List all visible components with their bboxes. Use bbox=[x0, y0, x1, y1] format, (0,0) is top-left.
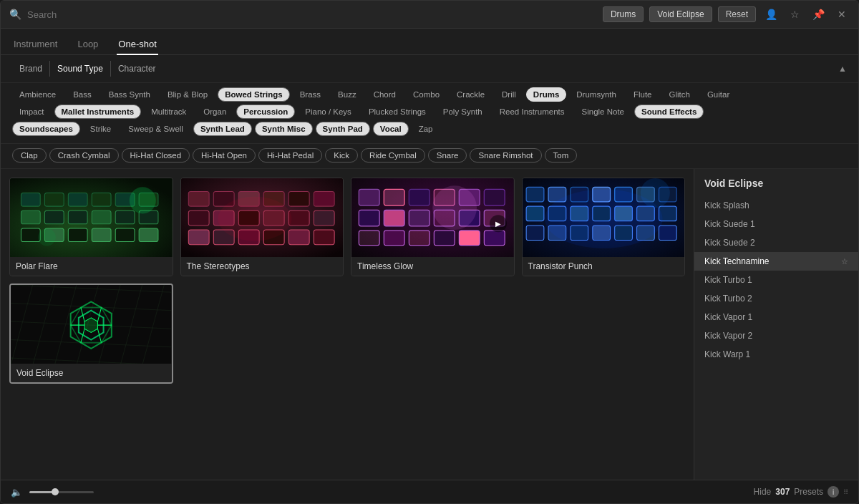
svg-rect-14 bbox=[21, 228, 40, 242]
pill-synth-pad[interactable]: Synth Pad bbox=[316, 122, 370, 136]
pill-synth-misc[interactable]: Synth Misc bbox=[255, 122, 313, 136]
tab-instrument[interactable]: Instrument bbox=[12, 34, 59, 55]
pill-drumsynth[interactable]: Drumsynth bbox=[569, 87, 623, 102]
sound-type-pills: AmbienceBassBass SynthBlip & BlopBowed S… bbox=[1, 83, 858, 144]
drum-pill-crash-cymbal[interactable]: Crash Cymbal bbox=[49, 148, 119, 163]
preset-card[interactable]: ▶Timeless Glow bbox=[351, 178, 515, 276]
preset-card[interactable]: Void Eclipse bbox=[9, 284, 173, 384]
pill-sweep---swell[interactable]: Sweep & Swell bbox=[121, 122, 190, 136]
preset-item-label: Kick Warp 1 bbox=[704, 349, 750, 359]
pill-vocal[interactable]: Vocal bbox=[373, 122, 409, 136]
pill-percussion[interactable]: Percussion bbox=[236, 105, 295, 119]
preset-item-label: Kick Vapor 2 bbox=[704, 331, 752, 341]
resize-handle[interactable]: ⠿ bbox=[843, 488, 848, 496]
pill-strike[interactable]: Strike bbox=[83, 122, 118, 136]
tab-loop[interactable]: Loop bbox=[76, 34, 100, 55]
star-icon[interactable]: ☆ bbox=[787, 6, 803, 22]
filter-collapse-icon[interactable]: ▲ bbox=[838, 64, 847, 74]
pill-ambience[interactable]: Ambience bbox=[12, 87, 63, 102]
pill-drill[interactable]: Drill bbox=[495, 87, 523, 102]
pill-glitch[interactable]: Glitch bbox=[661, 87, 697, 102]
pill-impact[interactable]: Impact bbox=[12, 105, 52, 119]
filter-sound-type[interactable]: Sound Type bbox=[50, 61, 111, 77]
pill-crackle[interactable]: Crackle bbox=[450, 87, 492, 102]
pill-soundscapes[interactable]: Soundscapes bbox=[12, 122, 80, 136]
svg-rect-61 bbox=[459, 231, 480, 246]
search-input[interactable] bbox=[27, 9, 597, 20]
pill-single-note[interactable]: Single Note bbox=[575, 105, 631, 119]
svg-rect-16 bbox=[68, 228, 87, 242]
preset-card[interactable]: Transistor Punch bbox=[522, 178, 686, 276]
pill-brass[interactable]: Brass bbox=[293, 87, 328, 102]
pill-reed-instruments[interactable]: Reed Instruments bbox=[492, 105, 572, 119]
svg-rect-51 bbox=[359, 210, 379, 226]
preset-item-label: Kick Splash bbox=[704, 200, 749, 210]
play-button[interactable]: ▶ bbox=[490, 215, 507, 232]
svg-rect-53 bbox=[409, 210, 430, 226]
info-icon[interactable]: i bbox=[828, 486, 839, 498]
preset-item-label: Kick Technamine bbox=[704, 256, 770, 266]
pill-plucked-strings[interactable]: Plucked Strings bbox=[361, 105, 433, 119]
tab-one-shot[interactable]: One-shot bbox=[117, 34, 157, 55]
drum-pill-hi-hat-closed[interactable]: Hi-Hat Closed bbox=[122, 148, 190, 163]
preset-list-item[interactable]: Kick Vapor 2☆ bbox=[694, 326, 858, 345]
preset-card[interactable]: Polar Flare bbox=[9, 178, 173, 276]
preset-list-item[interactable]: Kick Suede 2☆ bbox=[694, 233, 858, 252]
drums-tag[interactable]: Drums bbox=[603, 6, 644, 22]
pill-mallet-instruments[interactable]: Mallet Instruments bbox=[54, 105, 142, 119]
pill-piano---keys[interactable]: Piano / Keys bbox=[298, 105, 359, 119]
pill-zap[interactable]: Zap bbox=[412, 122, 440, 136]
preset-card[interactable]: The Stereotypes bbox=[180, 178, 344, 276]
drum-pill-kick[interactable]: Kick bbox=[325, 148, 358, 163]
drum-pill-hi-hat-pedal[interactable]: Hi-Hat Pedal bbox=[258, 148, 322, 163]
hide-label[interactable]: Hide bbox=[754, 487, 772, 497]
pill-guitar[interactable]: Guitar bbox=[700, 87, 737, 102]
preset-list-item[interactable]: Kick Turbo 2☆ bbox=[694, 289, 858, 308]
drum-pill-ride-cymbal[interactable]: Ride Cymbal bbox=[361, 148, 425, 163]
pill-chord[interactable]: Chord bbox=[367, 87, 403, 102]
preset-list-item[interactable]: Kick Technamine☆ bbox=[694, 252, 858, 271]
drum-pill-hi-hat-open[interactable]: Hi-Hat Open bbox=[193, 148, 256, 163]
filter-character[interactable]: Character bbox=[111, 61, 163, 77]
svg-rect-30 bbox=[188, 210, 209, 226]
presets-label: Presets bbox=[794, 487, 823, 497]
preset-list-item[interactable]: Kick Vapor 1☆ bbox=[694, 308, 858, 326]
filter-brand[interactable]: Brand bbox=[12, 61, 50, 77]
volume-slider[interactable] bbox=[29, 491, 94, 493]
pill-bass-synth[interactable]: Bass Synth bbox=[102, 87, 157, 102]
svg-rect-86 bbox=[659, 226, 676, 241]
preset-list-item[interactable]: Kick Warp 1☆ bbox=[694, 345, 858, 364]
user-icon[interactable]: 👤 bbox=[762, 6, 781, 22]
void-eclipse-tag[interactable]: Void Eclipse bbox=[649, 6, 712, 22]
pill-flute[interactable]: Flute bbox=[626, 87, 659, 102]
svg-rect-10 bbox=[68, 210, 87, 224]
pill-bass[interactable]: Bass bbox=[66, 87, 99, 102]
drum-pill-snare[interactable]: Snare bbox=[428, 148, 467, 163]
pill-sound-effects[interactable]: Sound Effects bbox=[634, 105, 704, 119]
pill-organ[interactable]: Organ bbox=[196, 105, 233, 119]
close-icon[interactable]: ✕ bbox=[834, 6, 850, 22]
preset-list-item[interactable]: Kick Turbo 1☆ bbox=[694, 271, 858, 289]
pill-combo[interactable]: Combo bbox=[406, 87, 447, 102]
preset-item-label: Kick Suede 2 bbox=[704, 238, 755, 248]
svg-rect-35 bbox=[314, 210, 334, 226]
pill-buzz[interactable]: Buzz bbox=[331, 87, 364, 102]
pill-multitrack[interactable]: Multitrack bbox=[144, 105, 193, 119]
drum-pill-tom[interactable]: Tom bbox=[545, 148, 578, 163]
reset-button[interactable]: Reset bbox=[718, 6, 756, 22]
preset-list-item[interactable]: Kick Splash☆ bbox=[694, 196, 858, 215]
pill-synth-lead[interactable]: Synth Lead bbox=[193, 122, 252, 136]
pin-icon[interactable]: 📌 bbox=[809, 6, 828, 22]
svg-rect-66 bbox=[526, 187, 544, 202]
svg-rect-11 bbox=[92, 210, 111, 224]
pill-poly-synth[interactable]: Poly Synth bbox=[436, 105, 490, 119]
pill-bowed-strings[interactable]: Bowed Strings bbox=[218, 87, 290, 102]
preset-star-icon[interactable]: ☆ bbox=[841, 257, 848, 266]
pill-blip---blop[interactable]: Blip & Blop bbox=[160, 87, 215, 102]
svg-rect-41 bbox=[314, 230, 334, 245]
preset-item-label: Kick Suede 1 bbox=[704, 219, 755, 229]
drum-pill-snare-rimshot[interactable]: Snare Rimshot bbox=[470, 148, 541, 163]
drum-pill-clap[interactable]: Clap bbox=[12, 148, 47, 163]
pill-drums[interactable]: Drums bbox=[526, 87, 566, 102]
preset-list-item[interactable]: Kick Suede 1☆ bbox=[694, 215, 858, 233]
